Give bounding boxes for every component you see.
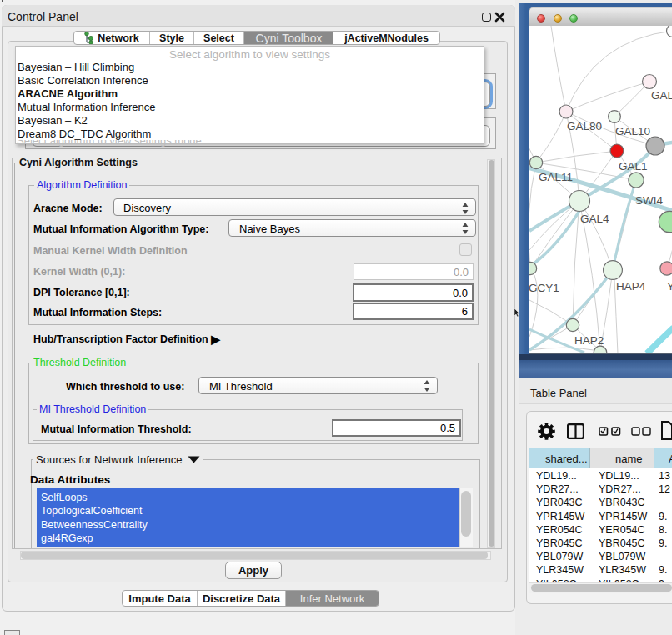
svg-text:GAL1: GAL1 <box>619 160 648 172</box>
svg-text:GAL10: GAL10 <box>615 125 650 138</box>
svg-text:GAL4: GAL4 <box>580 212 609 225</box>
svg-text:GAL11: GAL11 <box>539 171 573 183</box>
svg-text:GAL7: GAL7 <box>651 89 672 102</box>
svg-text:GCY1: GCY1 <box>529 282 559 294</box>
svg-text:HAP2: HAP2 <box>574 334 604 347</box>
svg-text:GAL80: GAL80 <box>567 120 602 132</box>
svg-text:Y: Y <box>667 280 672 292</box>
svg-text:HAP4: HAP4 <box>616 280 646 292</box>
svg-text:SWI4: SWI4 <box>635 194 663 207</box>
